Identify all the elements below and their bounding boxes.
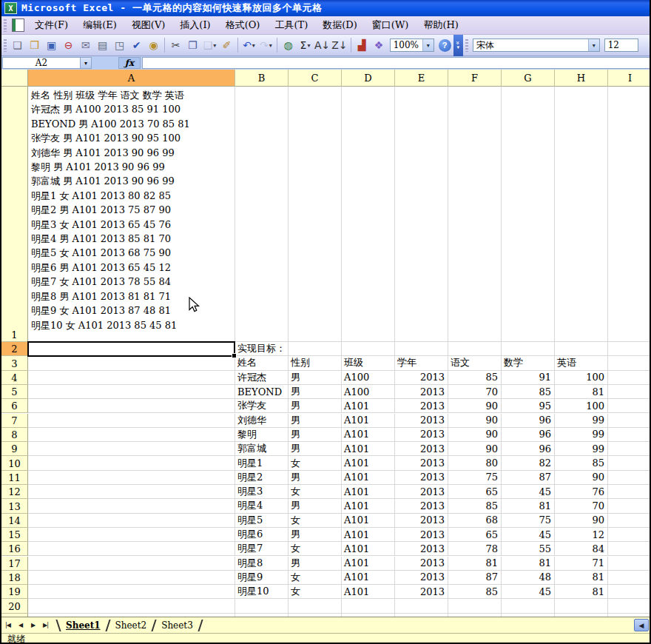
- cell-E20[interactable]: [395, 599, 448, 613]
- cell-A3[interactable]: [28, 356, 235, 370]
- cell-I17[interactable]: [608, 557, 651, 571]
- cell-F3[interactable]: 语文: [448, 356, 502, 370]
- cell-D12[interactable]: A101: [342, 485, 395, 499]
- cell-F10[interactable]: 80: [448, 456, 502, 470]
- cell-C8[interactable]: 男: [289, 428, 342, 442]
- cell-H6[interactable]: 100: [555, 399, 608, 413]
- cell-D13[interactable]: A101: [342, 499, 395, 513]
- cell-B14[interactable]: 明星5: [235, 514, 289, 528]
- cell-H3[interactable]: 英语: [555, 356, 608, 370]
- cell-B10[interactable]: 明星1: [235, 456, 289, 470]
- cell-G3[interactable]: 数学: [502, 356, 555, 370]
- cell-I4[interactable]: [608, 371, 651, 385]
- insert-function-button[interactable]: ƒx: [118, 57, 141, 69]
- tab-nav-0[interactable]: |◀: [1, 620, 14, 631]
- row-header-10[interactable]: 10: [1, 456, 28, 470]
- cell-C1[interactable]: [289, 87, 342, 342]
- sort-ascending-button[interactable]: A↓: [314, 38, 330, 53]
- cell-I18[interactable]: [608, 571, 651, 585]
- row-header-20[interactable]: 20: [1, 599, 28, 613]
- cell-I2[interactable]: [608, 342, 651, 356]
- column-header-B[interactable]: B: [235, 70, 289, 87]
- row-header-7[interactable]: 7: [1, 414, 28, 428]
- cell-E19[interactable]: 2013: [395, 585, 448, 599]
- cell-B11[interactable]: 明星2: [235, 471, 289, 485]
- cell-F18[interactable]: 87: [448, 571, 502, 585]
- menu-item-7[interactable]: 窗口(W): [367, 16, 414, 34]
- cell-A7[interactable]: [28, 414, 235, 428]
- toolbar-options-button[interactable]: » ▾: [453, 35, 463, 56]
- cell-C2[interactable]: [289, 342, 342, 356]
- row-header-6[interactable]: 6: [1, 399, 28, 413]
- cell-B5[interactable]: BEYOND: [235, 385, 289, 399]
- cell-F12[interactable]: 65: [448, 485, 502, 499]
- menu-item-8[interactable]: 帮助(H): [418, 16, 463, 34]
- chevron-down-icon[interactable]: ▾: [422, 39, 434, 51]
- menu-item-0[interactable]: 文件(F): [30, 16, 73, 34]
- cell-D7[interactable]: A101: [342, 414, 395, 428]
- cell-A5[interactable]: [28, 385, 235, 399]
- tab-nav-3[interactable]: ▶|: [39, 620, 52, 631]
- cell-A13[interactable]: [28, 499, 235, 513]
- cell-H13[interactable]: 70: [555, 499, 608, 513]
- cell-I10[interactable]: [608, 456, 651, 470]
- cell-C11[interactable]: 男: [289, 471, 342, 485]
- cell-G7[interactable]: 96: [502, 414, 555, 428]
- tab-nav-1[interactable]: ◀: [14, 620, 27, 631]
- cell-G16[interactable]: 55: [502, 542, 555, 556]
- cell-E12[interactable]: 2013: [395, 485, 448, 499]
- cell-I16[interactable]: [608, 542, 651, 556]
- cell-A16[interactable]: [28, 542, 235, 556]
- cell-D17[interactable]: A101: [342, 557, 395, 571]
- cell-C17[interactable]: 男: [289, 557, 342, 571]
- sort-descending-button[interactable]: Z↓: [331, 38, 347, 53]
- cell-A19[interactable]: [28, 585, 235, 599]
- tab-scroll-left-button[interactable]: ◀: [634, 619, 649, 631]
- cell-B2[interactable]: 实现目标：: [235, 342, 289, 356]
- cell-G9[interactable]: 96: [502, 442, 555, 456]
- save-button[interactable]: ▣: [44, 38, 59, 53]
- cell-H10[interactable]: 85: [555, 456, 608, 470]
- row-header-11[interactable]: 11: [1, 471, 28, 485]
- cut-button[interactable]: ✂: [168, 38, 183, 53]
- cell-H9[interactable]: 99: [555, 442, 608, 456]
- cell-F11[interactable]: 75: [448, 471, 502, 485]
- cell-F16[interactable]: 78: [448, 542, 502, 556]
- cell-H4[interactable]: 100: [555, 371, 608, 385]
- cell-D8[interactable]: A101: [342, 428, 395, 442]
- cell-B19[interactable]: 明星10: [235, 585, 289, 599]
- cell-H17[interactable]: 71: [555, 557, 608, 571]
- cell-D4[interactable]: A100: [342, 371, 395, 385]
- cell-E3[interactable]: 学年: [395, 356, 448, 370]
- cell-F15[interactable]: 65: [448, 528, 502, 542]
- cell-E8[interactable]: 2013: [395, 428, 448, 442]
- cell-I12[interactable]: [608, 485, 651, 499]
- cell-B8[interactable]: 黎明: [235, 428, 289, 442]
- cell-H2[interactable]: [555, 342, 608, 356]
- cell-G12[interactable]: 45: [502, 485, 555, 499]
- cell-C12[interactable]: 女: [289, 485, 342, 499]
- menu-item-2[interactable]: 视图(V): [127, 16, 171, 34]
- cell-E16[interactable]: 2013: [395, 542, 448, 556]
- cell-C19[interactable]: 女: [289, 585, 342, 599]
- toolbar-grip[interactable]: [465, 39, 468, 52]
- chart-wizard-button[interactable]: ▟: [354, 38, 370, 53]
- column-header-G[interactable]: G: [502, 70, 555, 87]
- cell-G10[interactable]: 82: [502, 456, 555, 470]
- autosum-button[interactable]: Σ▾: [297, 38, 313, 53]
- cell-I9[interactable]: [608, 442, 651, 456]
- toolbar-grip[interactable]: [4, 19, 7, 32]
- menu-item-4[interactable]: 格式(O): [220, 16, 266, 34]
- cell-G15[interactable]: 45: [502, 528, 555, 542]
- cell-A4[interactable]: [28, 371, 235, 385]
- column-header-D[interactable]: D: [342, 70, 395, 87]
- cell-D9[interactable]: A101: [342, 442, 395, 456]
- print-button[interactable]: ▤: [95, 38, 110, 53]
- cell-D14[interactable]: A101: [342, 514, 395, 528]
- cell-H1[interactable]: [555, 87, 608, 342]
- new-button[interactable]: ❏: [10, 38, 25, 53]
- cell-D2[interactable]: [342, 342, 395, 356]
- row-header-14[interactable]: 14: [1, 514, 28, 528]
- column-header-F[interactable]: F: [448, 70, 502, 87]
- row-header-16[interactable]: 16: [1, 542, 28, 556]
